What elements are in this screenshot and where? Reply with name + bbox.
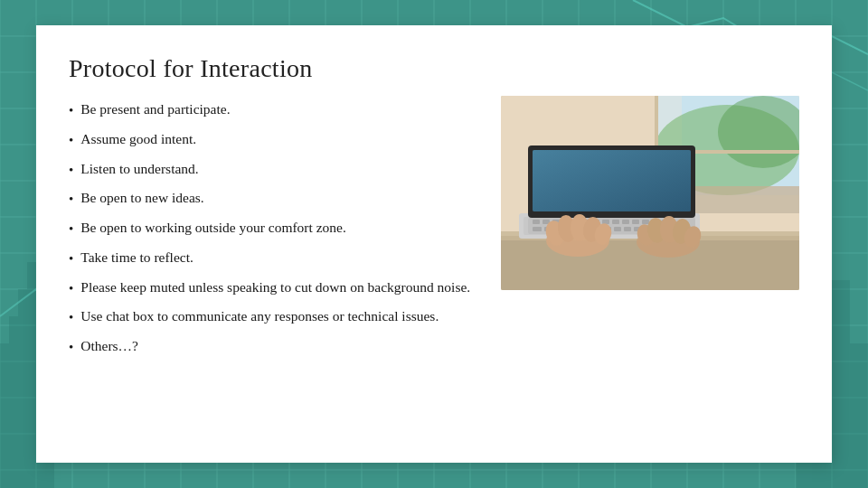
content-area: • Be present and participate. • Assume g… — [69, 99, 799, 437]
photo-container — [501, 96, 799, 290]
bullet-point: • — [69, 131, 73, 151]
list-item: • Take time to reflect. — [69, 248, 479, 269]
bullet-text: Others…? — [80, 336, 138, 356]
bullet-text: Take time to reflect. — [80, 248, 193, 267]
list-item: • Be open to working outside your comfor… — [69, 218, 479, 239]
list-item: • Listen to understand. — [69, 159, 479, 181]
bullet-text: Be open to working outside your comfort … — [80, 218, 346, 238]
bullet-point: • — [69, 190, 73, 210]
bullet-point: • — [69, 338, 73, 358]
slide-title: Protocol for Interaction — [69, 54, 799, 83]
bullet-text: Please keep muted unless speaking to cut… — [80, 277, 470, 297]
svg-rect-63 — [533, 220, 540, 224]
bullet-text: Be present and participate. — [80, 99, 230, 119]
svg-rect-74 — [642, 220, 649, 224]
svg-rect-71 — [612, 220, 619, 224]
list-item: • Be open to new ideas. — [69, 188, 479, 210]
bullet-text: Use chat box to communicate any response… — [80, 306, 439, 326]
bullet-text: Listen to understand. — [80, 159, 198, 179]
list-item: • Others…? — [69, 336, 479, 358]
svg-rect-70 — [602, 220, 609, 224]
list-item: • Assume good intent. — [69, 129, 479, 151]
bullet-point: • — [69, 101, 73, 121]
laptop-photo — [501, 96, 799, 290]
svg-rect-72 — [622, 220, 629, 224]
bullet-point: • — [69, 308, 73, 328]
svg-rect-86 — [624, 227, 631, 231]
bullet-point: • — [69, 249, 73, 269]
bullet-point: • — [69, 161, 73, 181]
svg-rect-85 — [614, 227, 621, 231]
svg-rect-77 — [533, 227, 542, 231]
svg-rect-73 — [632, 220, 639, 224]
slide-card: Protocol for Interaction • Be present an… — [36, 25, 832, 463]
bullet-point: • — [69, 220, 73, 239]
list-item: • Use chat box to communicate any respon… — [69, 306, 479, 328]
bullet-text: Be open to new ideas. — [80, 188, 203, 208]
list-item: • Please keep muted unless speaking to c… — [69, 277, 479, 299]
bullet-point: • — [69, 279, 73, 299]
bullet-list: • Be present and participate. • Assume g… — [69, 99, 479, 437]
svg-rect-61 — [533, 150, 691, 211]
svg-rect-46 — [841, 343, 868, 488]
bullet-text: Assume good intent. — [80, 129, 196, 149]
list-item: • Be present and participate. — [69, 99, 479, 121]
